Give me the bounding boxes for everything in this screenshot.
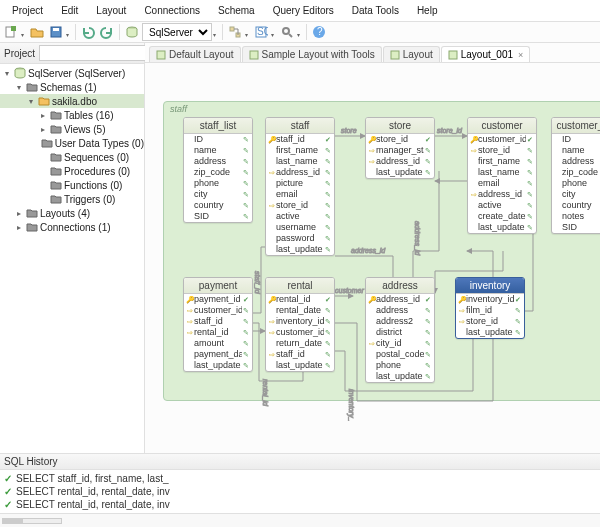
table-column[interactable]: password✎ (266, 233, 334, 244)
table-column[interactable]: picture✎ (266, 178, 334, 189)
table-column[interactable]: last_update✎ (184, 360, 252, 371)
table-column[interactable]: ⇨store_id✎ (266, 200, 334, 211)
table-column[interactable]: return_date✎ (266, 338, 334, 349)
table-column[interactable]: address✎ (552, 156, 600, 167)
save-dropdown[interactable] (66, 28, 72, 39)
diagram-icon[interactable] (226, 23, 244, 41)
table-column[interactable]: 🔑store_id✔ (366, 134, 434, 145)
tree-item[interactable]: User Data Types (0) (0, 136, 144, 150)
table-column[interactable]: address✎ (366, 305, 434, 316)
table-column[interactable]: city✎ (184, 189, 252, 200)
table-header[interactable]: customer (468, 118, 536, 134)
table-column[interactable]: email✎ (468, 178, 536, 189)
table-customer[interactable]: customer🔑customer_id✔⇨store_id✎first_nam… (467, 117, 537, 234)
project-tree[interactable]: ▾SqlServer (SqlServer)▾Schemas (1)▾sakil… (0, 64, 144, 453)
menu-project[interactable]: Project (4, 2, 51, 19)
table-column[interactable]: active✎ (266, 211, 334, 222)
editor-tab[interactable]: Layout (383, 46, 440, 62)
table-column[interactable]: country✎ (552, 200, 600, 211)
table-column[interactable]: email✎ (266, 189, 334, 200)
table-header[interactable]: payment (184, 278, 252, 294)
diagram-canvas-wrap[interactable]: staff store store_id address_id address_… (145, 63, 600, 453)
menu-data-tools[interactable]: Data Tools (344, 2, 407, 19)
table-column[interactable]: zip_code✎ (552, 167, 600, 178)
horizontal-scrollbar[interactable] (2, 518, 62, 524)
tree-item[interactable]: ▾Schemas (1) (0, 80, 144, 94)
table-column[interactable]: ⇨inventory_id✎ (266, 316, 334, 327)
table-column[interactable]: district✎ (366, 327, 434, 338)
table-column[interactable]: last_update✎ (366, 167, 434, 178)
table-customer_list[interactable]: customer_listID✎name✎address✎zip_code✎ph… (551, 117, 600, 234)
tree-item[interactable]: Sequences (0) (0, 150, 144, 164)
server-select[interactable]: SqlServer (142, 23, 212, 41)
table-column[interactable]: create_date✎ (468, 211, 536, 222)
table-column[interactable]: 🔑address_id✔ (366, 294, 434, 305)
table-column[interactable]: ⇨customer_id✎ (266, 327, 334, 338)
new-dropdown[interactable] (21, 28, 27, 39)
search-icon[interactable] (278, 23, 296, 41)
save-icon[interactable] (47, 23, 65, 41)
tree-item[interactable]: ▸Tables (16) (0, 108, 144, 122)
table-column[interactable]: ⇨manager_staff_id✎ (366, 145, 434, 156)
new-icon[interactable] (2, 23, 20, 41)
menu-connections[interactable]: Connections (136, 2, 208, 19)
sql-icon[interactable]: SQL (252, 23, 270, 41)
table-header[interactable]: address (366, 278, 434, 294)
tree-item[interactable]: ▸Layouts (4) (0, 206, 144, 220)
table-header[interactable]: staff (266, 118, 334, 134)
table-column[interactable]: active✎ (468, 200, 536, 211)
tree-twist-icon[interactable]: ▾ (14, 83, 24, 92)
table-header[interactable]: customer_list (552, 118, 600, 134)
table-column[interactable]: first_name✎ (468, 156, 536, 167)
db-icon[interactable] (123, 23, 141, 41)
tree-twist-icon[interactable]: ▸ (14, 223, 24, 232)
tree-twist-icon[interactable]: ▸ (14, 209, 24, 218)
diagram-dropdown[interactable] (245, 28, 251, 39)
menu-layout[interactable]: Layout (88, 2, 134, 19)
tree-item[interactable]: Functions (0) (0, 178, 144, 192)
sql-history-row[interactable]: ✓SELECT staff_id, first_name, last_ (4, 472, 596, 485)
table-inventory[interactable]: inventory🔑inventory_id✔⇨film_id✎⇨store_i… (455, 277, 525, 339)
table-column[interactable]: SID✎ (184, 211, 252, 222)
table-column[interactable]: postal_code✎ (366, 349, 434, 360)
table-column[interactable]: country✎ (184, 200, 252, 211)
sql-history-row[interactable]: ✓SELECT rental_id, rental_date, inv (4, 485, 596, 498)
table-column[interactable]: last_update✎ (456, 327, 524, 338)
table-column[interactable]: ⇨rental_id✎ (184, 327, 252, 338)
sql-dropdown[interactable] (271, 28, 277, 39)
server-select-dropdown[interactable] (213, 28, 219, 39)
open-icon[interactable] (28, 23, 46, 41)
table-column[interactable]: 🔑staff_id✔ (266, 134, 334, 145)
diagram-canvas[interactable]: staff store store_id address_id address_… (153, 71, 600, 421)
table-staff_list[interactable]: staff_listID✎name✎address✎zip_code✎phone… (183, 117, 253, 223)
tree-item[interactable]: ▾SqlServer (SqlServer) (0, 66, 144, 80)
table-column[interactable]: last_update✎ (266, 244, 334, 255)
table-column[interactable]: last_update✎ (266, 360, 334, 371)
table-column[interactable]: ⇨staff_id✎ (266, 349, 334, 360)
table-column[interactable]: last_update✎ (468, 222, 536, 233)
table-header[interactable]: rental (266, 278, 334, 294)
tree-twist-icon[interactable]: ▸ (38, 125, 48, 134)
table-column[interactable]: notes✎ (552, 211, 600, 222)
table-column[interactable]: last_update✎ (366, 371, 434, 382)
table-column[interactable]: zip_code✎ (184, 167, 252, 178)
undo-icon[interactable] (79, 23, 97, 41)
table-column[interactable]: phone✎ (184, 178, 252, 189)
redo-icon[interactable] (98, 23, 116, 41)
table-column[interactable]: SID✎ (552, 222, 600, 233)
table-column[interactable]: last_name✎ (468, 167, 536, 178)
table-column[interactable]: phone✎ (366, 360, 434, 371)
help-icon[interactable]: ? (310, 23, 328, 41)
table-column[interactable]: ⇨film_id✎ (456, 305, 524, 316)
table-column[interactable]: payment_date✎ (184, 349, 252, 360)
tree-item[interactable]: Triggers (0) (0, 192, 144, 206)
table-payment[interactable]: payment🔑payment_id✔⇨customer_id✎⇨staff_i… (183, 277, 253, 372)
table-column[interactable]: address✎ (184, 156, 252, 167)
table-column[interactable]: phone✎ (552, 178, 600, 189)
table-column[interactable]: ⇨store_id✎ (468, 145, 536, 156)
table-staff[interactable]: staff🔑staff_id✔first_name✎last_name✎⇨add… (265, 117, 335, 256)
tree-twist-icon[interactable]: ▾ (26, 97, 36, 106)
tree-item[interactable]: Procedures (0) (0, 164, 144, 178)
table-column[interactable]: city✎ (552, 189, 600, 200)
table-header[interactable]: store (366, 118, 434, 134)
